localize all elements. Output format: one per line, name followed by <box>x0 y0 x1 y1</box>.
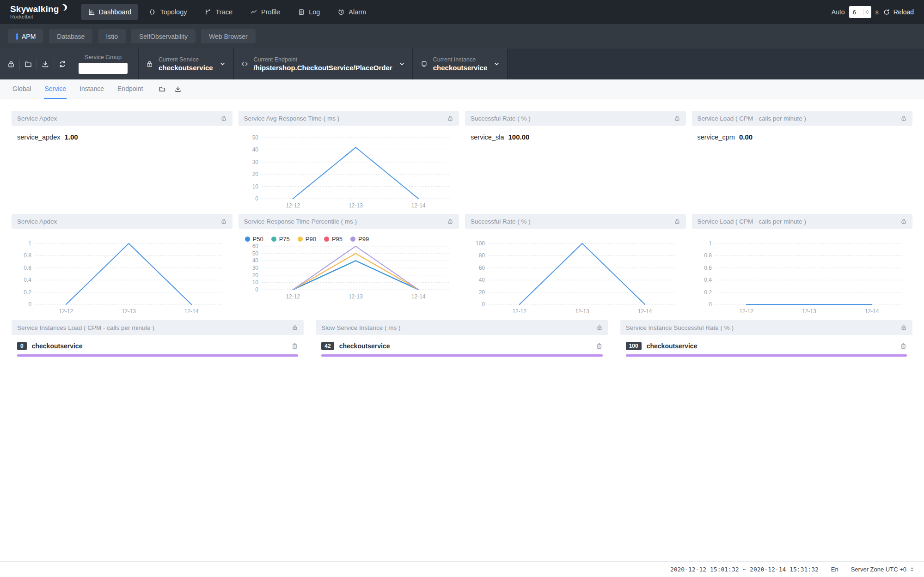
legend-dot-icon <box>350 237 355 242</box>
chart-legend: P50P75P90P95P99 <box>244 232 454 243</box>
metric-value: 1.00 <box>65 133 78 141</box>
lock-icon[interactable] <box>900 115 907 121</box>
lock-icon[interactable] <box>674 218 680 225</box>
chart-container-percentile: 010203040506012-1212-1312-14 <box>244 243 454 304</box>
legend-label: P75 <box>279 236 290 243</box>
line-chart-success_rate: 02040608010012-1212-1312-14 <box>471 232 680 316</box>
view-tab-label: Global <box>12 85 31 92</box>
lock-icon[interactable] <box>220 115 227 121</box>
panel-slow-service-instance-ms: Slow Service Instance ( ms )42checkoutse… <box>316 320 608 360</box>
selector-current-service[interactable]: Current Servicecheckoutservice <box>138 49 233 79</box>
nav-item-dashboard[interactable]: Dashboard <box>81 4 139 20</box>
number-spinner-icon[interactable] <box>863 9 870 15</box>
line-chart-apdex: 00.20.40.60.8112-1212-1312-14 <box>17 232 226 316</box>
svg-text:20: 20 <box>479 289 485 296</box>
svg-text:12-14: 12-14 <box>638 308 652 315</box>
lock-icon[interactable] <box>674 115 680 121</box>
lock-icon[interactable] <box>447 115 453 121</box>
legend-item-p75[interactable]: P75 <box>271 236 290 243</box>
view-tab-endpoint[interactable]: Endpoint <box>117 79 143 99</box>
reload-button[interactable]: Reload <box>883 8 914 16</box>
svg-text:50: 50 <box>252 134 258 141</box>
skywalking-dashboard-app: Skywalking Rocketbot DashboardTopologyTr… <box>0 0 924 577</box>
refresh-icon <box>58 60 67 68</box>
line-chart-service_load: 00.20.40.60.8112-1212-1312-14 <box>698 232 907 316</box>
download-icon[interactable] <box>174 85 182 93</box>
svg-text:0: 0 <box>255 195 258 202</box>
toolbar-refresh-button[interactable] <box>54 49 71 79</box>
zone-spinner-icon[interactable] <box>909 566 915 573</box>
view-tab-global[interactable]: Global <box>12 79 31 99</box>
instance-list-item[interactable]: 100checkoutservice <box>626 339 907 350</box>
svg-text:10: 10 <box>252 183 258 190</box>
view-tab-label: Instance <box>80 85 104 92</box>
metric-readout: service_sla100.00 <box>471 129 680 141</box>
page-tab-istio[interactable]: Istio <box>98 29 126 43</box>
lock-icon[interactable] <box>447 218 453 225</box>
top-navbar: Skywalking Rocketbot DashboardTopologyTr… <box>0 0 924 24</box>
clipboard-icon[interactable] <box>291 343 298 350</box>
nav-item-topology[interactable]: Topology <box>142 4 194 20</box>
legend-item-p90[interactable]: P90 <box>298 236 316 243</box>
lock-icon[interactable] <box>596 324 603 331</box>
panel-header: Service Load ( CPM - calls per minute ) <box>692 111 913 126</box>
service-group-input[interactable] <box>79 63 128 74</box>
page-tab-database[interactable]: Database <box>49 29 92 43</box>
instance-list-item[interactable]: 0checkoutservice <box>17 339 298 350</box>
panel-header: Service Instances Load ( CPM - calls per… <box>12 320 304 335</box>
nav-item-profile[interactable]: Profile <box>243 4 287 20</box>
view-tabs: GlobalServiceInstanceEndpoint <box>0 79 924 99</box>
nav-item-trace[interactable]: Trace <box>197 4 239 20</box>
nav-item-log[interactable]: Log <box>291 4 327 20</box>
svg-text:12-13: 12-13 <box>349 202 363 209</box>
app-logo[interactable]: Skywalking Rocketbot <box>10 5 67 19</box>
svg-text:0: 0 <box>709 301 712 308</box>
lock-icon[interactable] <box>900 218 907 225</box>
folder-icon[interactable] <box>159 85 166 93</box>
page-tab-web-browser[interactable]: Web Browser <box>201 29 256 43</box>
toolbar-download-button[interactable] <box>37 49 54 79</box>
selector-current-endpoint[interactable]: Current Endpoint/hipstershop.CheckoutSer… <box>233 49 412 79</box>
legend-item-p99[interactable]: P99 <box>350 236 369 243</box>
instance-value-bar <box>321 354 602 357</box>
clipboard-icon[interactable] <box>900 343 907 350</box>
view-tab-service[interactable]: Service <box>44 79 67 99</box>
panel-service-instance-successful-rate: Service Instance Successful Rate ( % )10… <box>620 320 912 360</box>
instance-name: checkoutservice <box>647 342 698 350</box>
auto-interval-input[interactable]: 6 <box>849 6 871 18</box>
panel-title: Successful Rate ( % ) <box>471 218 531 225</box>
legend-item-p50[interactable]: P50 <box>245 236 263 243</box>
time-range-picker[interactable]: 2020-12-12 15:01:32 ~ 2020-12-14 15:31:3… <box>670 566 819 573</box>
instance-list-item[interactable]: 42checkoutservice <box>321 339 602 350</box>
view-tab-instance[interactable]: Instance <box>79 79 104 99</box>
page-tab-label: Istio <box>106 33 118 40</box>
line-chart-percentile: 010203040506012-1212-1312-14 <box>244 243 453 303</box>
svg-text:12-14: 12-14 <box>184 308 199 315</box>
page-tab-label: SelfObservability <box>139 33 188 40</box>
panel-service-load-cpm-calls-per-minute: Service Load ( CPM - calls per minute )s… <box>692 111 913 210</box>
lock-icon[interactable] <box>220 218 227 225</box>
lock-icon[interactable] <box>900 324 907 331</box>
alarm-icon <box>337 8 345 16</box>
legend-label: P90 <box>306 236 316 243</box>
legend-label: P50 <box>253 236 263 243</box>
selector-current-instance[interactable]: Current Instancecheckoutservice <box>412 49 508 79</box>
server-zone-control[interactable]: Server Zone UTC +0 <box>851 566 915 573</box>
nav-item-alarm[interactable]: Alarm <box>330 4 373 20</box>
page-tab-selfobservability[interactable]: SelfObservability <box>131 29 196 43</box>
toolbar-folder-button[interactable] <box>20 49 37 79</box>
legend-item-p95[interactable]: P95 <box>324 236 343 243</box>
language-switch[interactable]: En <box>831 566 838 573</box>
metric-label: service_apdex <box>17 134 61 141</box>
panel-header: Successful Rate ( % ) <box>465 111 686 126</box>
view-tab-label: Endpoint <box>117 85 143 92</box>
page-tab-apm[interactable]: APM <box>8 29 43 43</box>
reload-icon <box>883 8 890 16</box>
clipboard-icon[interactable] <box>596 343 603 350</box>
panel-header: Service Apdex <box>12 111 233 126</box>
svg-text:60: 60 <box>252 243 258 249</box>
instance-value-bar <box>626 354 907 357</box>
lock-icon[interactable] <box>292 324 298 331</box>
svg-text:1: 1 <box>28 240 31 247</box>
toolbar-lock-button[interactable] <box>3 49 19 79</box>
